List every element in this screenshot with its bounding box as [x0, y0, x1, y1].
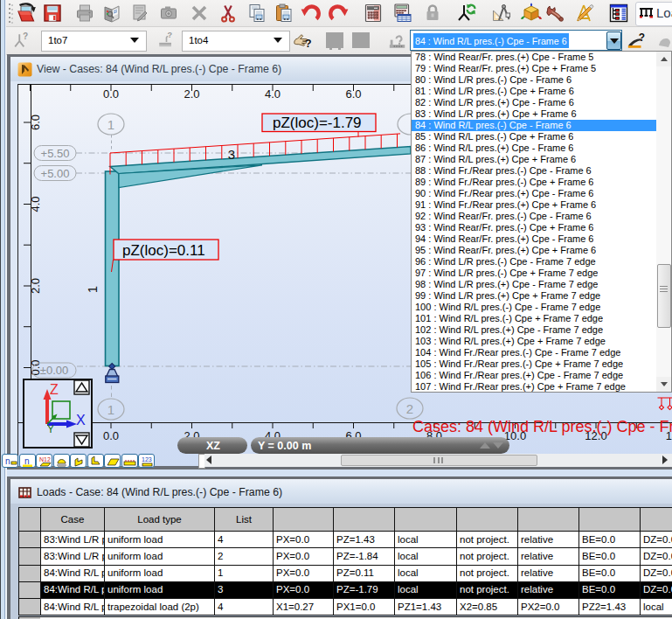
svg-text:pZ(loc)=0.11: pZ(loc)=0.11 [122, 242, 205, 259]
svg-text:3: 3 [228, 147, 235, 162]
svg-text:2.0: 2.0 [29, 278, 42, 294]
svg-text:Y: Y [47, 423, 54, 435]
svg-text:±0.00: ±0.00 [40, 364, 68, 377]
svg-text:pZ(loc)=-1.79: pZ(loc)=-1.79 [273, 115, 362, 131]
svg-text:+5.50: +5.50 [41, 147, 70, 160]
svg-text:0.0: 0.0 [103, 429, 119, 442]
svg-text:123: 123 [142, 456, 152, 463]
svg-text:1: 1 [107, 402, 114, 417]
svg-text:Cases: 84 (Wind R/L pres.(-) C: Cases: 84 (Wind R/L pres.(-) Cpe - Frame… [412, 418, 672, 435]
svg-text:1: 1 [107, 117, 114, 132]
svg-text:X: X [76, 413, 86, 428]
svg-text:n: n [24, 456, 30, 466]
svg-text:4.0: 4.0 [29, 196, 42, 212]
svg-text:2: 2 [406, 401, 413, 416]
svg-text:+5.00: +5.00 [41, 167, 70, 180]
svg-text:n: n [5, 456, 10, 466]
svg-text:2.0: 2.0 [184, 87, 199, 101]
svg-text:Z: Z [50, 382, 59, 397]
svg-text:4.0: 4.0 [265, 87, 281, 101]
svg-text:1: 1 [85, 286, 100, 293]
svg-text:6.0: 6.0 [345, 87, 361, 101]
svg-text:N12: N12 [39, 456, 51, 463]
svg-text:0.0: 0.0 [103, 87, 119, 101]
svg-text:6.0: 6.0 [29, 115, 42, 130]
